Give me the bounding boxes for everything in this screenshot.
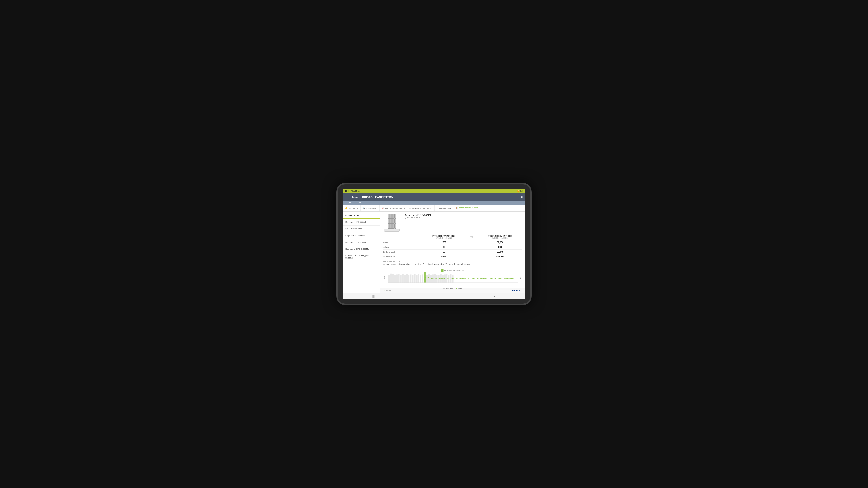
can [392, 214, 394, 219]
can [394, 224, 396, 229]
svg-rect-5 [394, 275, 396, 283]
comparison-section: PRE-INTERVENTIONS 12/05/2023 - 02/06/202… [380, 233, 525, 268]
svg-rect-11 [406, 274, 407, 283]
can [394, 214, 396, 219]
chart-svg: Sales (£) Stock [383, 269, 522, 286]
row-post-uplift-pct: 483.0% [478, 256, 522, 258]
svg-rect-3 [390, 274, 392, 283]
filter-icon[interactable]: ≡ [521, 195, 523, 199]
row-label-uplift-pct: 21 day % uplift [383, 256, 422, 258]
row-pre-value: £507 [422, 241, 465, 243]
table-row: Volume 39 286 [383, 245, 522, 250]
product-info: Beer brand 1 12x330ML (7501064193040) [405, 214, 522, 232]
tab-item-search-label: ITEM SEARCH [366, 207, 377, 209]
table-row: 21 day £ uplift £0 £2,449 [383, 250, 522, 254]
svg-rect-7 [398, 274, 400, 283]
table-row: Value £507 £2,956 [383, 240, 522, 245]
svg-rect-8 [400, 275, 401, 283]
comparison-header: PRE-INTERVENTIONS 12/05/2023 - 02/06/202… [383, 233, 522, 240]
can [390, 219, 392, 224]
status-icons: 📶 21% [517, 190, 523, 192]
legend-stock-label: Stock Level [445, 288, 453, 289]
col-vs: VS [465, 235, 478, 238]
svg-text:Sales (£): Sales (£) [384, 275, 385, 280]
row-post-value: £2,956 [478, 241, 522, 243]
svg-rect-4 [392, 274, 394, 283]
product-name: Beer brand 1 12x330ML [405, 214, 522, 217]
report-icon: 📋 [456, 207, 458, 209]
svg-rect-17 [418, 274, 420, 283]
dart-logo: ⟋ DART [383, 289, 392, 292]
tesco-logo: TESCO [512, 289, 522, 292]
can [388, 224, 390, 229]
svg-rect-23 [430, 275, 432, 283]
dart-icon: ⟋ [383, 289, 385, 292]
status-date: Thu, 15 Jun [351, 190, 517, 192]
can [388, 219, 390, 224]
list-item[interactable]: Cider brand 2 litres [343, 226, 379, 232]
svg-rect-12 [408, 275, 409, 283]
list-item[interactable]: Beer brand 3 0'O 6x250ML [343, 246, 379, 253]
can [390, 214, 392, 219]
table-row: 21 day % uplift 0.0% 483.0% [383, 254, 522, 259]
tab-item-search[interactable]: 🔍 ITEM SEARCH [361, 205, 379, 212]
list-item[interactable]: Beer brand 2 12x284ML [343, 239, 379, 246]
svg-rect-10 [404, 274, 406, 282]
tab-league-table[interactable]: ⊟ LEAGUE TABLE [435, 205, 454, 212]
list-item[interactable]: Beer brand 1 12x330ML [343, 219, 379, 226]
status-time: 17:05 [345, 190, 349, 192]
svg-rect-18 [420, 274, 422, 282]
tab-league-table-label: LEAGUE TABLE [439, 207, 452, 209]
svg-rect-14 [412, 274, 413, 282]
trending-icon: 📈 [382, 207, 384, 209]
right-panel: Beer brand 1 12x330ML (7501064193040) PR… [380, 212, 525, 293]
signal-icon: 📶 [517, 190, 519, 192]
row-label-uplift-gbp: 21 day £ uplift [383, 251, 422, 253]
svg-rect-13 [410, 274, 411, 282]
nav-menu-button[interactable]: ||| [368, 294, 379, 299]
tab-intervention-analysis-label: INTERVENTION ANALYS... [459, 207, 479, 209]
svg-rect-6 [396, 274, 398, 282]
chart-area: Intervention date: 02/06/2023 Sales (£) … [380, 268, 525, 288]
sales-icon [456, 288, 458, 289]
product-image [383, 214, 401, 232]
chart-overlay-label: Intervention date: 02/06/2023 [441, 269, 464, 271]
tab-top-alerts-label: TOP ALERTS [348, 207, 358, 209]
nav-bar: ||| ○ < [343, 293, 525, 299]
tab-top-skus[interactable]: 📈 TOP PERFORMING SKU'S [379, 205, 407, 212]
sidebar-date: 02/06/2023 [343, 212, 379, 219]
can [392, 224, 394, 229]
nav-home-button[interactable]: ○ [429, 294, 439, 299]
pack-base [384, 229, 400, 232]
product-sku: (7501064193040) [405, 217, 522, 219]
intervention-text: Stock Merchandised (137), Missing POS Si… [383, 263, 522, 266]
svg-rect-2 [388, 274, 390, 282]
row-post-uplift-gbp: £2,449 [478, 251, 522, 253]
intervention-section: Intervention Performed: Stock Merchandis… [383, 259, 522, 267]
product-header: Beer brand 1 12x330ML (7501064193040) [380, 212, 525, 233]
intervention-label: Intervention Performed: [383, 260, 522, 262]
svg-rect-19 [422, 274, 423, 282]
tab-category-breakdown[interactable]: ⊞ CATEGORY BREAKDOWN [407, 205, 435, 212]
row-label-volume: Volume [383, 246, 422, 248]
row-pre-volume: 39 [422, 246, 465, 248]
can [390, 224, 392, 229]
cans-bot-row [388, 224, 396, 229]
device-screen: 17:05 Thu, 15 Jun 📶 21% ← Tesco - BRISTO… [343, 189, 525, 299]
list-item[interactable]: Flavoured beer variety pack 8x330ML [343, 253, 379, 261]
tab-intervention-analysis[interactable]: 📋 INTERVENTION ANALYS... [454, 205, 482, 212]
nav-back-button[interactable]: < [490, 294, 500, 299]
battery-icon: 21% [520, 190, 523, 192]
tab-top-skus-label: TOP PERFORMING SKU'S [385, 207, 405, 209]
svg-text:Stock: Stock [520, 276, 521, 279]
col-post-header: POST-INTERVENTIONS 02/06/2023 - 22/06/20… [478, 235, 522, 239]
can [388, 214, 390, 219]
svg-rect-33 [450, 274, 452, 283]
svg-rect-22 [428, 274, 430, 283]
svg-rect-21 [426, 274, 428, 282]
back-button[interactable]: ← [345, 195, 349, 199]
bell-icon: 🔔 [345, 207, 347, 209]
tab-top-alerts[interactable]: 🔔 TOP ALERTS [343, 205, 361, 212]
list-item[interactable]: Lager brand 12x284ML [343, 232, 379, 239]
svg-rect-16 [416, 275, 417, 283]
